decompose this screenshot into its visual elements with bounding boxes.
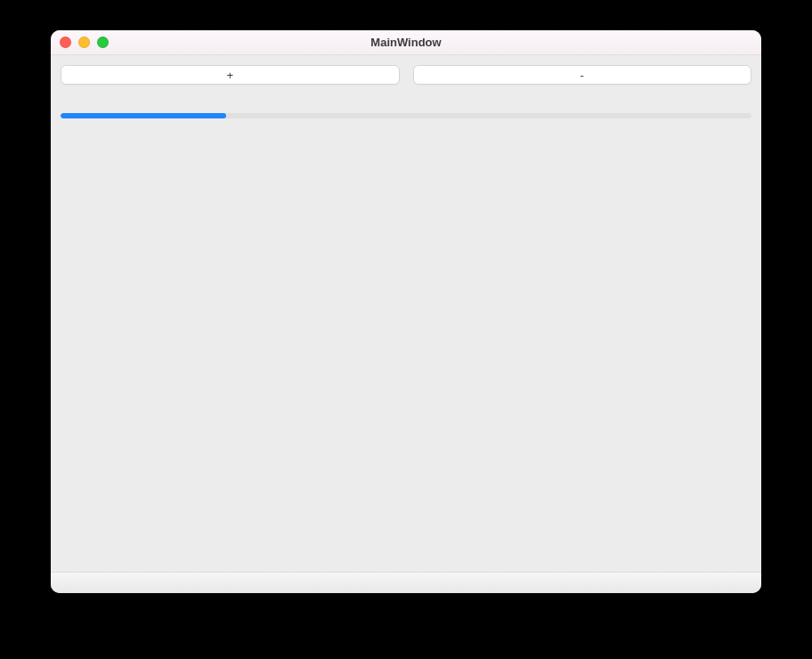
decrement-button[interactable]: - [413, 65, 752, 85]
content-area: + - [51, 55, 761, 572]
progress-fill [61, 113, 226, 118]
window-title: MainWindow [370, 36, 441, 49]
main-window: MainWindow + - [51, 30, 761, 593]
window-controls [60, 37, 109, 48]
close-icon[interactable] [60, 37, 71, 48]
titlebar: MainWindow [51, 30, 761, 55]
progress-bar [61, 113, 751, 118]
window-footer [51, 572, 761, 593]
maximize-icon[interactable] [97, 37, 109, 48]
button-row: + - [61, 65, 751, 85]
minimize-icon[interactable] [78, 37, 90, 48]
increment-label: + [226, 69, 233, 82]
decrement-label: - [581, 69, 584, 82]
increment-button[interactable]: + [61, 65, 400, 85]
